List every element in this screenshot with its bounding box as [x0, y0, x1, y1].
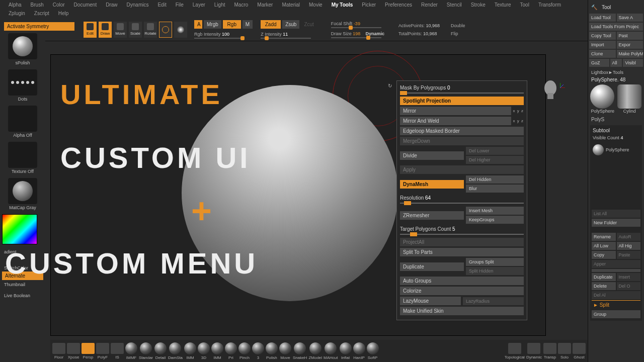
brush-imm[interactable]: IMM [211, 342, 223, 360]
brush-polyf[interactable]: PolyF [96, 343, 109, 359]
brush-immf[interactable]: IMMF [125, 342, 137, 360]
menu-transform[interactable]: Transform [534, 1, 566, 9]
tool-thumb-polysphere[interactable]: PolySphere [590, 84, 615, 114]
brush-slot[interactable]: sPolish [2, 33, 43, 65]
zadd-button[interactable]: Zadd [261, 20, 281, 29]
menu-zplugin[interactable]: Zplugin [4, 10, 30, 17]
brush-polish[interactable]: Polish [266, 342, 278, 360]
texture-slot[interactable]: Texture Off [2, 142, 43, 174]
menu-alpha[interactable]: Alpha [4, 1, 26, 9]
menu-light[interactable]: Light [210, 1, 230, 9]
duplicate-subtool-button[interactable]: Duplicate [592, 273, 616, 281]
brush-pinch[interactable]: Pinch [238, 342, 251, 360]
toggle-ghost[interactable]: Ghost [573, 343, 586, 359]
load-tool-button[interactable]: Load Tool [589, 14, 616, 22]
toggle-dynamic[interactable]: Dynamic [526, 343, 542, 359]
rgb-intensity-slider[interactable]: Rgb Intensity 100 [194, 32, 253, 39]
groups-split-button[interactable]: Groups Split [466, 258, 524, 266]
menu-stencil[interactable]: Stencil [442, 1, 466, 9]
menu-tool[interactable]: Tool [516, 1, 534, 9]
divide-button[interactable]: Divide [400, 151, 464, 160]
menu-picker[interactable]: Picker [357, 1, 380, 9]
visible-button[interactable]: Visibl [623, 59, 643, 67]
menu-preferences[interactable]: Preferences [380, 1, 417, 9]
brush-xpose[interactable]: Xpose [67, 343, 80, 359]
brush-hardp[interactable]: HardP [353, 342, 365, 360]
mirror-weld-button[interactable]: Mirror And Weld [400, 117, 511, 125]
gizmo-button[interactable] [159, 22, 172, 38]
menu-help[interactable]: Help [54, 10, 73, 17]
menu-file[interactable]: File [171, 1, 188, 9]
edit-mode-button[interactable]: Edit [84, 22, 97, 38]
toggle-solo[interactable]: Solo [558, 343, 571, 359]
activate-symmetry-button[interactable]: Activate Symmetry [4, 22, 74, 31]
menu-texture[interactable]: Texture [490, 1, 516, 9]
toggle-transp[interactable]: Transp [543, 343, 556, 359]
subtool-header[interactable]: Subtool [592, 127, 640, 134]
menu-zscript[interactable]: Zscript [30, 10, 54, 17]
brush-softp[interactable]: SoftP [367, 342, 379, 360]
brush-persp[interactable]: Persp [82, 343, 95, 359]
draw-mode-button[interactable]: Draw [99, 22, 112, 38]
export-button[interactable]: Expor [617, 41, 643, 49]
m-button[interactable]: M [243, 20, 253, 29]
brush-3d[interactable]: 3D [198, 342, 210, 360]
del-hidden-button[interactable]: Del Hidden [466, 175, 524, 184]
spotlight-button[interactable]: Spotlight Projection [400, 97, 524, 105]
all-low-button[interactable]: All Low [592, 242, 616, 250]
toggle-topological[interactable]: Topological [505, 343, 525, 359]
head-thumbnail[interactable] [538, 77, 563, 102]
blur-button[interactable]: Blur [466, 185, 524, 193]
edgeloop-button[interactable]: Edgeloop Masked Border [400, 127, 524, 135]
a-button[interactable]: A [194, 20, 202, 29]
rgb-button[interactable]: Rgb [223, 20, 241, 29]
zsub-button[interactable]: Zsub [282, 20, 299, 29]
paste-tool-button[interactable]: Past [617, 32, 643, 40]
brush-is[interactable]: IS [111, 343, 124, 359]
menu-edit[interactable]: Edit [153, 1, 171, 9]
alpha-slot[interactable]: Alpha Off [2, 106, 43, 138]
keepgroups-button[interactable]: KeepGroups [466, 216, 524, 224]
menu-marker[interactable]: Marker [253, 1, 277, 9]
duplicate-button[interactable]: Duplicate [400, 262, 464, 271]
import-button[interactable]: Import [589, 41, 616, 49]
menu-movie[interactable]: Movie [304, 1, 327, 9]
sculptris-button[interactable] [174, 22, 187, 38]
duplicate-subtool-button[interactable] [592, 269, 640, 272]
dynamesh-button[interactable]: DynaMesh [400, 180, 464, 189]
tool-thumb-cylinder[interactable]: Cylind [617, 84, 642, 114]
material-slot[interactable]: MatCap Gray [2, 178, 43, 210]
move-mode-button[interactable]: Move [114, 22, 127, 38]
brush-imm[interactable]: IMM [184, 342, 196, 360]
mirror-button[interactable]: Mirror [400, 107, 511, 115]
brush-mahcut[interactable]: MAHcut [324, 342, 338, 360]
scale-mode-button[interactable]: Scale [129, 22, 142, 38]
rotate-mode-button[interactable]: Rotate [144, 22, 157, 38]
autogroups-button[interactable]: Auto Groups [400, 277, 524, 285]
brush-3[interactable]: 3 [252, 342, 264, 360]
subtool-item[interactable]: PolySphere [592, 141, 640, 158]
lightbox-link[interactable]: Lightbox►Tools [589, 68, 643, 77]
menu-draw[interactable]: Draw [101, 1, 122, 9]
copy-subtool-button[interactable]: Copy [592, 251, 616, 259]
zremesher-button[interactable]: ZRemesher [400, 211, 464, 220]
menu-render[interactable]: Render [417, 1, 442, 9]
menu-material[interactable]: Material [277, 1, 304, 9]
brush-snakeh[interactable]: SnakeH [293, 342, 307, 360]
brush-standar[interactable]: Standar [139, 342, 153, 360]
mrgb-button[interactable]: Mrgb [204, 20, 221, 29]
brush-pri[interactable]: Pri [225, 342, 237, 360]
menu-dynamics[interactable]: Dynamics [122, 1, 153, 9]
make-polymesh-button[interactable]: Make PolyMes [617, 50, 643, 58]
split-parts-button[interactable]: Split To Parts [400, 248, 524, 256]
menu-color[interactable]: Color [48, 1, 69, 9]
unified-skin-button[interactable]: Make Unified Skin [400, 307, 524, 315]
lazymouse-button[interactable]: LazyMouse [400, 297, 461, 305]
draw-size-slider[interactable]: Draw Size 198 Dynamic [331, 31, 384, 38]
focal-shift-slider[interactable]: Focal Shift -39 [331, 21, 384, 28]
load-project-button[interactable]: Load Tools From Projec [589, 23, 643, 31]
menu-brush[interactable]: Brush [26, 1, 48, 9]
brush-floor[interactable]: Floor [52, 343, 65, 359]
save-as-button[interactable]: Save A [617, 14, 643, 22]
list-all-button[interactable]: List All [592, 210, 640, 218]
